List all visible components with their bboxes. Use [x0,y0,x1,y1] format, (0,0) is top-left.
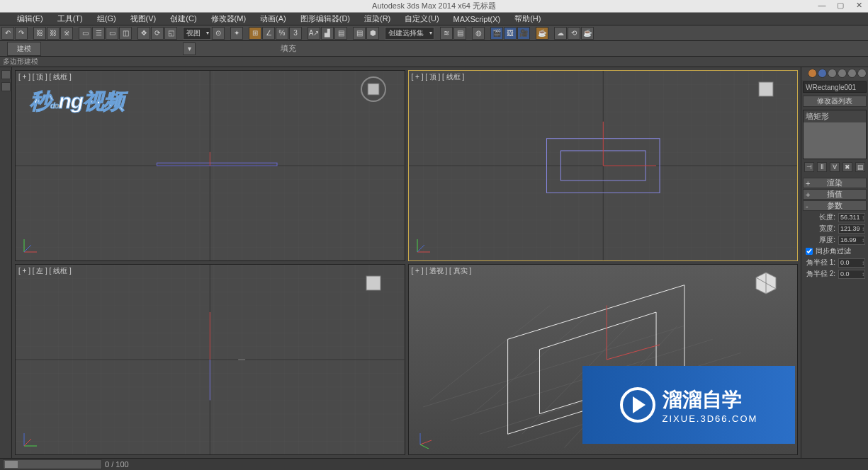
spinner-snap-button[interactable]: 3 [289,27,302,40]
length-label: 长度: [819,212,835,222]
viewport-label[interactable]: [ + ] [ 透视 ] [ 真实 ] [412,266,472,276]
ribbon-tab-modeling[interactable]: 建模 [7,42,41,56]
menu-modifiers[interactable]: 修改器(M) [207,13,251,25]
curve-editor-button[interactable]: ≋ [440,27,453,40]
undo-button[interactable]: ↶ [1,27,14,40]
viewport-label[interactable]: [ + ] [ 顶 ] [ 线框 ] [18,72,72,82]
display-tab-icon[interactable] [847,69,857,78]
render-setup-button[interactable]: 🎬 [490,27,503,40]
viewport-bottom-left[interactable]: [ + ] [ 左 ] [ 线框 ] [15,264,405,455]
select-region-button[interactable]: ▭ [106,27,118,40]
bind-space-warp-button[interactable]: ※ [60,27,73,40]
pin-stack-button[interactable]: ⊣ [804,162,814,172]
menu-anim[interactable]: 动画(A) [256,13,291,25]
command-panel-strip [0,67,12,458]
layer-manager-button[interactable]: ▤ [353,27,366,40]
viewport-label[interactable]: [ + ] [ 左 ] [ 线框 ] [18,266,72,276]
sync-corner-checkbox[interactable] [806,248,813,255]
sync-button[interactable]: ⟲ [568,27,580,40]
graphite-button[interactable]: ⬢ [366,27,379,40]
viewcube-icon[interactable] [359,269,388,297]
radius1-spinner[interactable]: 0.0 [838,258,865,268]
modifier-item[interactable]: 墙矩形 [804,110,866,122]
select-move-button[interactable]: ✥ [137,27,150,40]
select-rotate-button[interactable]: ⟳ [151,27,164,40]
motion-tab-icon[interactable] [838,69,847,78]
modifier-stack[interactable]: 墙矩形 [803,110,867,159]
svg-line-46 [420,440,432,445]
modify-tab-icon[interactable] [818,69,827,78]
select-manipulate-button[interactable]: ✦ [230,27,243,40]
utilities-tab-icon[interactable] [857,69,867,78]
render-production-button[interactable]: 🎥 [517,27,530,40]
menu-help[interactable]: 帮助(H) [510,13,545,25]
time-slider[interactable] [3,459,102,469]
titlebar: Autodesk 3ds Max 2014 x64 无标题 — ▢ ✕ [0,0,868,13]
menu-view[interactable]: 视图(V) [126,13,161,25]
mirror-button[interactable]: ▟ [321,27,334,40]
named-sel-dropdown[interactable]: 创建选择集 [385,27,434,40]
remove-mod-button[interactable]: ✖ [842,162,852,172]
make-unique-button[interactable]: ∀ [830,162,840,172]
radius2-label: 角半径 2: [806,269,835,279]
thickness-spinner[interactable]: 16.99 [838,236,865,245]
viewcube-icon[interactable] [752,269,780,297]
rollout-render: +渲染 [803,178,867,188]
window-controls: — ▢ ✕ [816,0,865,10]
menu-edit[interactable]: 编辑(E) [13,13,47,25]
viewport-top-left[interactable]: [ + ] [ 顶 ] [ 线框 ] [15,70,405,261]
radius2-spinner[interactable]: 0.0 [838,270,865,279]
configure-button[interactable]: ▤ [855,162,865,172]
percent-snap-button[interactable]: % [276,27,288,40]
menu-group[interactable]: 组(G) [93,13,120,25]
width-spinner[interactable]: 121.39 [838,224,865,234]
autodesk360-button[interactable]: ☁ [554,27,567,40]
render-online-button[interactable]: ☕ [581,27,594,40]
select-scale-button[interactable]: ◱ [164,27,177,40]
object-name-field[interactable]: WRectangle001 [803,81,867,93]
edit-named-sel-button[interactable]: A↗ [308,27,320,40]
length-spinner[interactable]: 56.311 [838,213,865,222]
menu-grapheditors[interactable]: 图形编辑器(D) [296,13,354,25]
viewport-grid-bg [16,265,405,454]
menu-customize[interactable]: 自定义(U) [400,13,443,25]
close-button[interactable]: ✕ [852,0,865,10]
material-editor-button[interactable]: ◍ [472,27,485,40]
select-name-button[interactable]: ☰ [92,27,105,40]
hierarchy-tab-icon[interactable] [828,69,837,78]
menu-create[interactable]: 创建(C) [166,13,201,25]
show-result-button[interactable]: Ⅱ [817,162,827,172]
viewport-label[interactable]: [ + ] [ 顶 ] [ 线框 ] [412,72,465,82]
minimize-button[interactable]: — [816,0,828,10]
link-button[interactable]: ⛓ [33,27,46,40]
render-iterative-button[interactable]: ☕ [536,27,548,40]
select-object-button[interactable]: ▭ [79,27,91,40]
maximize-button[interactable]: ▢ [834,0,847,10]
viewcube-icon[interactable] [752,75,780,103]
create-tab-icon[interactable] [808,69,817,78]
menu-render[interactable]: 渲染(R) [360,13,395,25]
ribbon-icon[interactable]: ▾ [183,42,196,55]
align-button[interactable]: ▤ [334,27,347,40]
watermark2-text: 溜溜自学 ZIXUE.3D66.COM [663,386,758,424]
snap-toggle-button[interactable]: ⊞ [249,27,261,40]
menu-tools[interactable]: 工具(T) [53,13,87,25]
strip-btn-2[interactable] [1,82,11,91]
command-panel: WRectangle001 修改器列表 墙矩形 ⊣ Ⅱ ∀ ✖ ▤ +渲染 +插… [801,67,868,458]
modifier-list-header[interactable]: 修改器列表 [803,96,867,107]
viewport-top-right[interactable]: [ + ] [ 顶 ] [ 线框 ] [408,70,799,261]
redo-button[interactable]: ↷ [15,27,28,40]
use-pivot-button[interactable]: ⊙ [212,27,225,40]
menubar: 编辑(E) 工具(T) 组(G) 视图(V) 创建(C) 修改器(M) 动画(A… [0,13,868,25]
unlink-button[interactable]: ⛓ [47,27,60,40]
schematic-view-button[interactable]: ▤ [453,27,466,40]
app-title: Autodesk 3ds Max 2014 x64 无标题 [372,1,496,11]
reference-coord-dropdown[interactable]: 视图 [183,27,211,40]
viewcube-icon[interactable] [359,75,388,103]
menu-maxscript[interactable]: MAXScript(X) [449,14,505,24]
window-crossing-button[interactable]: ◫ [119,27,132,40]
strip-btn-1[interactable] [1,70,11,79]
rendered-frame-button[interactable]: 🖼 [504,27,517,40]
angle-snap-button[interactable]: ∠ [262,27,275,40]
radius1-label: 角半径 1: [806,258,835,268]
